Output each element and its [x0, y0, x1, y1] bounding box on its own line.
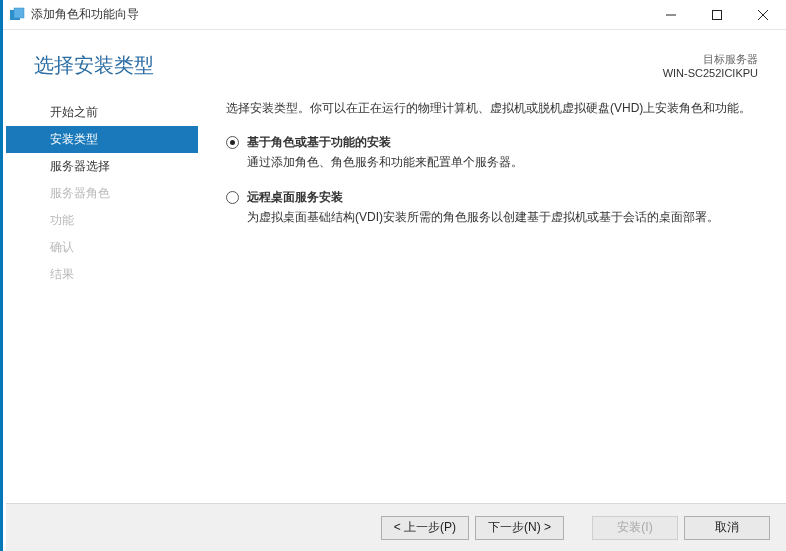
minimize-button[interactable]	[648, 0, 694, 30]
nav-features: 功能	[6, 207, 198, 234]
footer: < 上一步(P) 下一步(N) > 安装(I) 取消	[6, 503, 786, 551]
window-controls	[648, 0, 786, 29]
svg-rect-3	[713, 11, 722, 20]
body: 开始之前 安装类型 服务器选择 服务器角色 功能 确认 结果 选择安装类型。你可…	[6, 93, 786, 503]
radio-role-based[interactable]	[226, 136, 239, 149]
option-role-based-title: 基于角色或基于功能的安装	[247, 134, 758, 151]
nav-server-roles: 服务器角色	[6, 180, 198, 207]
target-label: 目标服务器	[663, 52, 758, 67]
option-role-based-body: 基于角色或基于功能的安装 通过添加角色、角色服务和功能来配置单个服务器。	[247, 134, 758, 171]
cancel-button[interactable]: 取消	[684, 516, 770, 540]
nav-before-you-begin[interactable]: 开始之前	[6, 99, 198, 126]
option-rds-desc: 为虚拟桌面基础结构(VDI)安装所需的角色服务以创建基于虚拟机或基于会话的桌面部…	[247, 208, 758, 226]
header: 选择安装类型 目标服务器 WIN-SC252ICIKPU	[6, 30, 786, 93]
svg-rect-1	[14, 8, 24, 18]
intro-text: 选择安装类型。你可以在正在运行的物理计算机、虚拟机或脱机虚拟硬盘(VHD)上安装…	[226, 99, 758, 118]
nav-confirmation: 确认	[6, 234, 198, 261]
option-rds[interactable]: 远程桌面服务安装 为虚拟桌面基础结构(VDI)安装所需的角色服务以创建基于虚拟机…	[226, 189, 758, 226]
app-icon	[9, 7, 25, 23]
maximize-button[interactable]	[694, 0, 740, 30]
prev-button[interactable]: < 上一步(P)	[381, 516, 469, 540]
option-rds-title: 远程桌面服务安装	[247, 189, 758, 206]
window-title: 添加角色和功能向导	[31, 6, 648, 23]
next-button[interactable]: 下一步(N) >	[475, 516, 564, 540]
radio-rds[interactable]	[226, 191, 239, 204]
close-button[interactable]	[740, 0, 786, 30]
main-panel: 选择安装类型。你可以在正在运行的物理计算机、虚拟机或脱机虚拟硬盘(VHD)上安装…	[206, 93, 786, 503]
page-title: 选择安装类型	[34, 52, 154, 79]
nav-results: 结果	[6, 261, 198, 288]
option-role-based[interactable]: 基于角色或基于功能的安装 通过添加角色、角色服务和功能来配置单个服务器。	[226, 134, 758, 171]
nav-server-selection[interactable]: 服务器选择	[6, 153, 198, 180]
content-area: 选择安装类型 目标服务器 WIN-SC252ICIKPU 开始之前 安装类型 服…	[6, 30, 786, 503]
nav-installation-type[interactable]: 安装类型	[6, 126, 198, 153]
install-button: 安装(I)	[592, 516, 678, 540]
option-role-based-desc: 通过添加角色、角色服务和功能来配置单个服务器。	[247, 153, 758, 171]
titlebar: 添加角色和功能向导	[3, 0, 786, 30]
target-info: 目标服务器 WIN-SC252ICIKPU	[663, 52, 758, 79]
option-rds-body: 远程桌面服务安装 为虚拟桌面基础结构(VDI)安装所需的角色服务以创建基于虚拟机…	[247, 189, 758, 226]
target-name: WIN-SC252ICIKPU	[663, 67, 758, 79]
sidebar: 开始之前 安装类型 服务器选择 服务器角色 功能 确认 结果	[6, 93, 206, 503]
